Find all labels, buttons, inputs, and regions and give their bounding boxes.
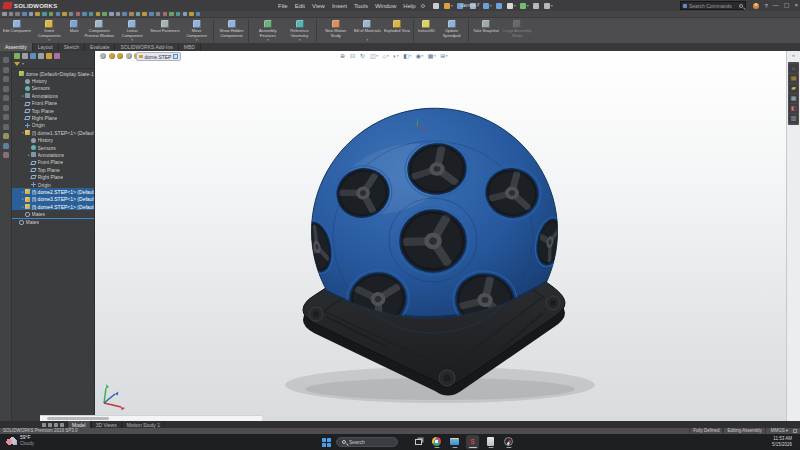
ribbon-button[interactable]: Update Speedpak bbox=[436, 19, 469, 42]
toolbar-icon[interactable] bbox=[109, 12, 114, 17]
tree-row[interactable]: Mates bbox=[12, 210, 94, 217]
tree-row[interactable]: ▸ Annotations bbox=[12, 151, 94, 158]
toolbar-icon[interactable] bbox=[29, 12, 34, 17]
manager-tab-icon[interactable] bbox=[22, 53, 28, 59]
toolbar-icon[interactable] bbox=[183, 12, 188, 17]
tree-filter[interactable]: ▾ bbox=[12, 60, 94, 69]
command-tab[interactable]: Evaluate bbox=[85, 43, 115, 51]
maximize-button[interactable]: ▢ bbox=[784, 0, 790, 11]
tree-row[interactable]: History bbox=[12, 77, 94, 84]
menu-item[interactable]: View bbox=[312, 3, 325, 9]
taskbar-clock[interactable]: 11:53 AM 5/15/2026 bbox=[772, 436, 792, 447]
manager-tab-icon[interactable] bbox=[38, 53, 44, 59]
chevron-down-icon[interactable]: ▾ bbox=[22, 61, 24, 66]
search-commands-box[interactable] bbox=[680, 1, 746, 10]
toolbar-icon[interactable] bbox=[89, 12, 94, 17]
ribbon-button[interactable]: Insert Components ▾ bbox=[33, 19, 66, 42]
menu-item[interactable]: File bbox=[278, 3, 288, 9]
command-tab[interactable]: MBD bbox=[179, 43, 201, 51]
ribbon-button[interactable]: Assembly Features ▾ bbox=[251, 19, 284, 42]
search-commands-input[interactable] bbox=[689, 3, 737, 9]
toolbar-icon[interactable] bbox=[142, 12, 147, 17]
ribbon-button[interactable]: Show Hidden Components bbox=[216, 19, 249, 42]
ribbon-button[interactable]: Smart Fasteners bbox=[149, 19, 182, 42]
toolbar-icon[interactable] bbox=[96, 12, 101, 17]
taskbar-app-button[interactable] bbox=[412, 435, 425, 449]
menu-item[interactable]: Edit bbox=[295, 3, 305, 9]
tree-row[interactable]: Sensors bbox=[12, 144, 94, 151]
scrollbar-thumb[interactable] bbox=[47, 417, 109, 420]
ribbon-button[interactable]: Large Assembly Mode bbox=[501, 19, 534, 42]
toolbar-icon[interactable] bbox=[49, 12, 54, 17]
chevron-down-icon[interactable]: ▾ bbox=[196, 38, 198, 42]
tree-row[interactable]: Mates bbox=[12, 218, 94, 225]
chevron-down-icon[interactable]: ▾ bbox=[366, 38, 368, 42]
strip-icon[interactable] bbox=[3, 152, 9, 158]
tree-row[interactable]: Front Plane bbox=[12, 100, 94, 107]
qat-button[interactable] bbox=[533, 3, 540, 9]
task-pane-tab[interactable]: ▦ bbox=[789, 94, 798, 103]
toolbar-icon[interactable] bbox=[196, 12, 201, 17]
graphics-viewport[interactable]: dome.STEP ⊕ ⊡ ↻ bbox=[95, 51, 786, 421]
strip-icon[interactable] bbox=[3, 114, 9, 120]
tree-row[interactable]: ▸ (f) dome2.STEP<1> (Default bbox=[12, 188, 94, 195]
taskbar-app-button[interactable] bbox=[484, 435, 497, 449]
toolbar-icon[interactable] bbox=[69, 12, 74, 17]
strip-icon[interactable] bbox=[3, 105, 9, 111]
task-pane-tab[interactable]: ▰ bbox=[789, 84, 798, 93]
ribbon-button[interactable]: Exploded View bbox=[382, 19, 414, 42]
toolbar-icon[interactable] bbox=[9, 12, 14, 17]
document-tab[interactable]: Motion Study 1 bbox=[122, 421, 165, 428]
tree-row[interactable]: Top Plane bbox=[12, 166, 94, 173]
toolbar-icon[interactable] bbox=[129, 12, 134, 17]
ribbon-button[interactable]: Component Preview Window bbox=[83, 19, 116, 42]
tree-row[interactable]: ▸ (f) dome3.STEP<1> (Default bbox=[12, 196, 94, 203]
splitter-icon[interactable] bbox=[42, 423, 46, 427]
tree-row[interactable]: ▸ (f) dome4.STEP<1> (Default bbox=[12, 203, 94, 210]
task-pane-tab[interactable]: ▤ bbox=[789, 74, 798, 83]
menu-item[interactable]: Window bbox=[375, 3, 396, 9]
ribbon-button[interactable]: Edit Component bbox=[1, 19, 33, 42]
help-icon[interactable]: ? bbox=[764, 3, 767, 9]
strip-icon[interactable] bbox=[3, 95, 9, 101]
ribbon-button[interactable]: Instant3D bbox=[416, 19, 436, 42]
toolbar-icon[interactable] bbox=[102, 12, 107, 17]
toolbar-icon[interactable] bbox=[176, 12, 181, 17]
strip-icon[interactable] bbox=[3, 76, 9, 82]
ribbon-button[interactable]: New Motion Study bbox=[319, 19, 352, 42]
chevron-down-icon[interactable]: ▾ bbox=[131, 38, 133, 42]
ribbon-button[interactable]: Bill of Materials ▾ bbox=[352, 19, 382, 42]
toolbar-icon[interactable] bbox=[122, 12, 127, 17]
ribbon-button[interactable]: Move Component ▾ bbox=[181, 19, 214, 42]
ribbon-button[interactable]: Mate bbox=[66, 19, 83, 42]
taskbar-app-button[interactable] bbox=[448, 435, 461, 449]
toolbar-icon[interactable] bbox=[82, 12, 87, 17]
tree-row[interactable]: ▸ Annotations bbox=[12, 92, 94, 99]
taskbar-app-button[interactable] bbox=[502, 435, 515, 449]
strip-icon[interactable] bbox=[3, 57, 9, 63]
manager-tab-icon[interactable] bbox=[30, 53, 36, 59]
task-pane-tab[interactable]: ⌂ bbox=[789, 64, 798, 73]
strip-icon[interactable] bbox=[3, 133, 9, 139]
strip-icon[interactable] bbox=[3, 143, 9, 149]
chevron-down-icon[interactable]: ▾ bbox=[551, 3, 553, 8]
toolbar-icon[interactable] bbox=[163, 12, 168, 17]
toolbar-icon[interactable] bbox=[156, 12, 161, 17]
tree-row[interactable]: dome (Default<Display State-1>) bbox=[12, 70, 94, 77]
chevron-down-icon[interactable]: ▾ bbox=[267, 38, 269, 42]
pane-toggle-icon[interactable] bbox=[793, 429, 797, 433]
toolbar-icon[interactable] bbox=[169, 12, 174, 17]
login-icon[interactable] bbox=[753, 3, 759, 9]
toolbar-icon[interactable] bbox=[22, 12, 27, 17]
splitter-icon[interactable] bbox=[60, 423, 64, 427]
strip-icon[interactable] bbox=[3, 67, 9, 73]
horizontal-scrollbar[interactable] bbox=[40, 415, 262, 421]
tree-row[interactable]: Front Plane bbox=[12, 159, 94, 166]
manager-tab-icon[interactable] bbox=[14, 53, 20, 59]
command-tab[interactable]: Assembly bbox=[0, 43, 33, 51]
ribbon-button[interactable]: Take Snapshot bbox=[471, 19, 500, 42]
chevron-down-icon[interactable]: ▾ bbox=[48, 38, 50, 42]
strip-icon[interactable] bbox=[3, 124, 9, 130]
start-button[interactable] bbox=[322, 438, 331, 447]
task-pane-tab[interactable]: ▥ bbox=[789, 114, 798, 123]
